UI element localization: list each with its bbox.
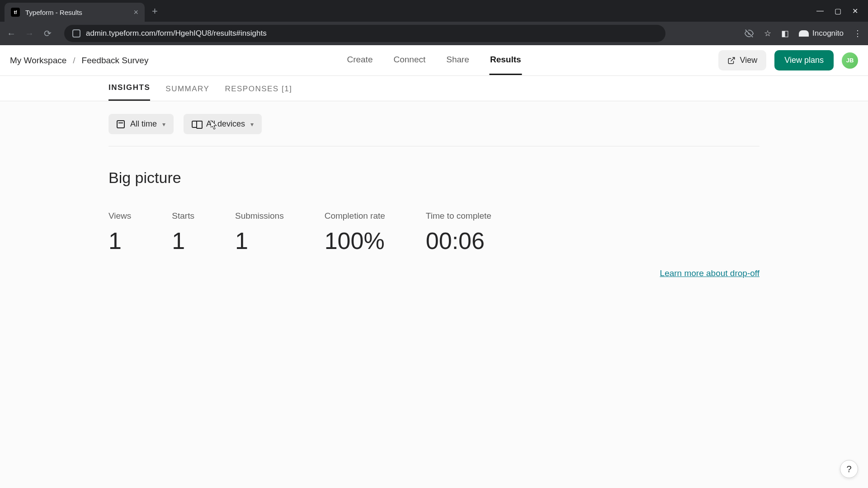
close-window-icon[interactable]: ✕ xyxy=(852,7,858,15)
tab-title: Typeform - Results xyxy=(25,9,82,16)
breadcrumb: My Workspace / Feedback Survey xyxy=(10,56,148,66)
device-filter-label: All devices xyxy=(206,119,245,129)
insights-content: All time ▾ All devices ▾ Big picture Vie… xyxy=(0,101,868,488)
results-sub-tabs: Insights Summary Responses [1] xyxy=(0,76,868,101)
stat-value: 100% xyxy=(325,227,385,254)
chevron-down-icon: ▾ xyxy=(250,121,254,128)
stat-value: 1 xyxy=(172,227,194,254)
close-icon[interactable]: × xyxy=(133,8,138,17)
reload-icon[interactable]: ⟳ xyxy=(42,28,52,39)
nav-connect[interactable]: Connect xyxy=(392,46,426,75)
avatar[interactable]: JB xyxy=(842,52,858,69)
stats-row: Views 1 Starts 1 Submissions 1 Completio… xyxy=(108,211,760,254)
tab-favicon: tf xyxy=(11,8,20,17)
stat-starts: Starts 1 xyxy=(172,211,194,254)
star-icon[interactable]: ☆ xyxy=(764,28,771,38)
stat-value: 1 xyxy=(108,227,131,254)
stat-value: 00:06 xyxy=(426,227,491,254)
device-filter[interactable]: All devices ▾ xyxy=(184,114,262,134)
filter-row: All time ▾ All devices ▾ xyxy=(108,114,760,146)
stat-value: 1 xyxy=(235,227,284,254)
calendar-icon xyxy=(117,120,125,128)
stat-time-to-complete: Time to complete 00:06 xyxy=(426,211,491,254)
incognito-label: Incognito xyxy=(812,29,844,38)
back-icon[interactable]: ← xyxy=(6,28,16,39)
panel-icon[interactable]: ◧ xyxy=(781,28,789,38)
time-filter-label: All time xyxy=(130,119,157,129)
app-header: My Workspace / Feedback Survey Create Co… xyxy=(0,45,868,76)
breadcrumb-form[interactable]: Feedback Survey xyxy=(82,56,149,66)
eye-off-icon[interactable] xyxy=(744,28,754,38)
section-title: Big picture xyxy=(108,169,760,187)
maximize-icon[interactable]: ▢ xyxy=(835,7,841,15)
browser-tab[interactable]: tf Typeform - Results × xyxy=(5,3,145,22)
external-link-icon xyxy=(727,56,736,65)
top-nav: Create Connect Share Results xyxy=(346,46,522,75)
learn-more-link[interactable]: Learn more about drop-off xyxy=(660,268,760,278)
tab-insights[interactable]: Insights xyxy=(108,83,150,101)
browser-tab-strip: tf Typeform - Results × + — ▢ ✕ xyxy=(0,0,868,22)
tab-summary[interactable]: Summary xyxy=(165,84,209,101)
browser-toolbar: ← → ⟳ admin.typeform.com/form/HgehIQU8/r… xyxy=(0,22,868,45)
nav-share[interactable]: Share xyxy=(445,46,470,75)
devices-icon xyxy=(192,121,201,128)
tab-responses[interactable]: Responses [1] xyxy=(225,84,292,101)
incognito-badge: Incognito xyxy=(799,29,844,38)
forward-icon[interactable]: → xyxy=(24,28,34,39)
new-tab-button[interactable]: + xyxy=(145,5,165,22)
stat-label: Completion rate xyxy=(325,211,385,221)
nav-results[interactable]: Results xyxy=(489,46,522,75)
incognito-icon xyxy=(799,30,809,37)
window-controls: — ▢ ✕ xyxy=(807,7,868,22)
stat-label: Time to complete xyxy=(426,211,491,221)
view-button-label: View xyxy=(740,56,758,65)
site-settings-icon[interactable] xyxy=(72,29,80,38)
help-button[interactable]: ? xyxy=(840,460,858,478)
stat-label: Views xyxy=(108,211,131,221)
stat-label: Submissions xyxy=(235,211,284,221)
chevron-down-icon: ▾ xyxy=(162,121,165,128)
breadcrumb-workspace[interactable]: My Workspace xyxy=(10,56,66,66)
address-bar[interactable]: admin.typeform.com/form/HgehIQU8/results… xyxy=(64,25,665,42)
stat-completion-rate: Completion rate 100% xyxy=(325,211,385,254)
nav-create[interactable]: Create xyxy=(346,46,373,75)
view-button[interactable]: View xyxy=(718,50,767,70)
time-filter[interactable]: All time ▾ xyxy=(108,114,174,134)
stat-views: Views 1 xyxy=(108,211,131,254)
stat-label: Starts xyxy=(172,211,194,221)
view-plans-button[interactable]: View plans xyxy=(774,50,834,70)
kebab-menu-icon[interactable]: ⋮ xyxy=(854,28,862,38)
breadcrumb-separator: / xyxy=(73,56,75,66)
minimize-icon[interactable]: — xyxy=(816,7,824,15)
stat-submissions: Submissions 1 xyxy=(235,211,284,254)
url-text: admin.typeform.com/form/HgehIQU8/results… xyxy=(86,29,267,38)
